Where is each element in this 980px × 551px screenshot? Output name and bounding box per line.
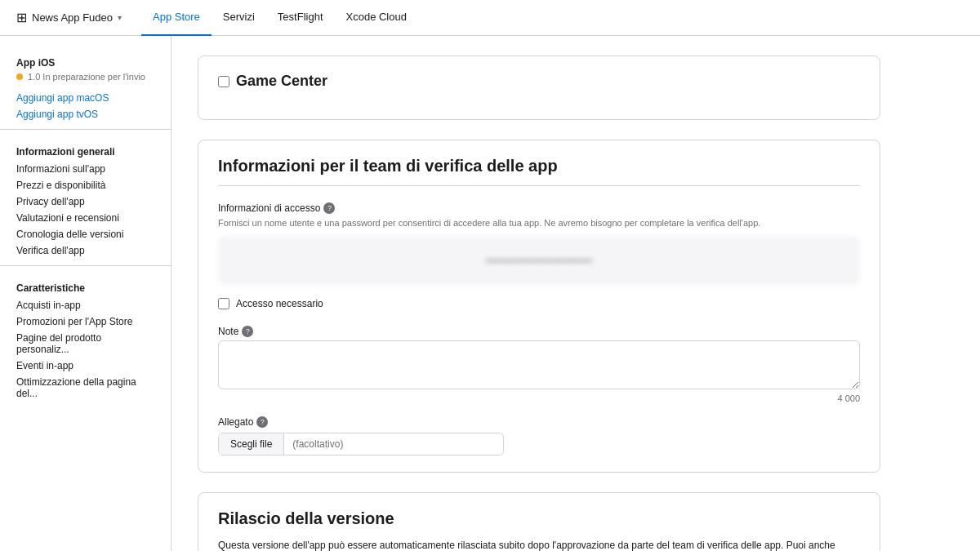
file-picker: Scegli file (facoltativo) bbox=[218, 433, 504, 455]
accesso-necessario-label: Accesso necessario bbox=[236, 298, 323, 309]
sidebar-item-events[interactable]: Eventi in-app bbox=[0, 358, 171, 374]
access-info-field: Informazioni di accesso ? Fornisci un no… bbox=[218, 202, 860, 285]
note-textarea[interactable] bbox=[218, 340, 860, 389]
tab-xcode-cloud[interactable]: Xcode Cloud bbox=[335, 0, 418, 36]
top-nav: ⊞ News App Fudeo ▾ App Store Servizi Tes… bbox=[0, 0, 980, 36]
sidebar-item-product-pages[interactable]: Pagine del prodotto personaliz... bbox=[0, 330, 171, 358]
brand-icon: ⊞ bbox=[16, 10, 27, 25]
sidebar-divider-2 bbox=[0, 265, 171, 266]
allegato-help-icon[interactable]: ? bbox=[256, 416, 268, 428]
game-center-label: Game Center bbox=[236, 73, 327, 90]
sidebar-item-version-history[interactable]: Cronologia delle versioni bbox=[0, 226, 171, 242]
game-center-section: Game Center bbox=[198, 56, 880, 120]
sidebar-item-app-info[interactable]: Informazioni sull'app bbox=[0, 161, 171, 177]
nav-tabs: App Store Servizi TestFlight Xcode Cloud bbox=[141, 0, 418, 36]
tab-testflight[interactable]: TestFlight bbox=[266, 0, 335, 36]
sidebar-item-ratings[interactable]: Valutazioni e recensioni bbox=[0, 210, 171, 226]
sidebar-item-pricing[interactable]: Prezzi e disponibilità bbox=[0, 177, 171, 193]
access-info-label: Informazioni di accesso ? bbox=[218, 202, 860, 214]
credential-placeholder: •••••••••••••••••••••••••••••••••• bbox=[218, 236, 860, 285]
note-char-count: 4 000 bbox=[218, 393, 860, 403]
main-content: Game Center Informazioni per il team di … bbox=[172, 36, 906, 551]
tab-app-store[interactable]: App Store bbox=[141, 0, 212, 36]
chevron-down-icon[interactable]: ▾ bbox=[118, 13, 122, 22]
access-info-desc: Fornisci un nome utente e una password p… bbox=[218, 217, 860, 229]
accesso-necessario-checkbox[interactable] bbox=[218, 298, 229, 309]
brand-name: News App Fudeo bbox=[32, 11, 113, 24]
note-help-icon[interactable]: ? bbox=[242, 326, 253, 337]
sidebar-item-optimization[interactable]: Ottimizzazione della pagina del... bbox=[0, 374, 171, 402]
sidebar-app-version: 1.0 In preparazione per l'invio bbox=[28, 72, 145, 82]
sidebar-item-privacy[interactable]: Privacy dell'app bbox=[0, 193, 171, 210]
sidebar-category-features: Caratteristiche bbox=[0, 273, 171, 297]
sidebar-add-tvos[interactable]: Aggiungi app tvOS bbox=[0, 106, 171, 122]
allegato-label-text: Allegato bbox=[218, 416, 253, 428]
game-center-checkbox[interactable] bbox=[218, 76, 229, 87]
tab-servizi[interactable]: Servizi bbox=[212, 0, 266, 36]
app-brand: ⊞ News App Fudeo ▾ bbox=[16, 10, 122, 25]
sidebar-item-in-app-purchases[interactable]: Acquisti in-app bbox=[0, 297, 171, 313]
accesso-necessario-row: Accesso necessario bbox=[218, 298, 860, 309]
info-team-section: Informazioni per il team di verifica del… bbox=[198, 140, 880, 473]
sidebar-app-status: 1.0 In preparazione per l'invio bbox=[0, 70, 171, 90]
sidebar: App iOS 1.0 In preparazione per l'invio … bbox=[0, 36, 172, 551]
access-info-help-icon[interactable]: ? bbox=[323, 202, 335, 214]
sidebar-item-verify[interactable]: Verifica dell'app bbox=[0, 242, 171, 259]
game-center-row: Game Center bbox=[218, 73, 860, 90]
rilascio-desc: Questa versione dell'app può essere auto… bbox=[218, 538, 860, 551]
file-optional-label: (facoltativo) bbox=[284, 433, 351, 455]
note-field: Note ? 4 000 bbox=[218, 326, 860, 403]
allegato-field: Allegato ? Scegli file (facoltativo) bbox=[218, 416, 860, 455]
file-choose-button[interactable]: Scegli file bbox=[219, 433, 284, 455]
sidebar-category-general: Informazioni generali bbox=[0, 136, 171, 161]
info-team-title: Informazioni per il team di verifica del… bbox=[218, 157, 860, 186]
rilascio-title: Rilascio della versione bbox=[218, 509, 860, 528]
sidebar-divider-1 bbox=[0, 129, 171, 130]
sidebar-item-promotions[interactable]: Promozioni per l'App Store bbox=[0, 313, 171, 330]
status-dot-icon bbox=[16, 73, 23, 80]
sidebar-add-macos[interactable]: Aggiungi app macOS bbox=[0, 90, 171, 106]
note-label-text: Note bbox=[218, 326, 238, 337]
page-wrapper: App iOS 1.0 In preparazione per l'invio … bbox=[0, 36, 980, 551]
sidebar-app-platform: App iOS bbox=[0, 52, 171, 70]
rilascio-section: Rilascio della versione Questa versione … bbox=[198, 492, 880, 551]
